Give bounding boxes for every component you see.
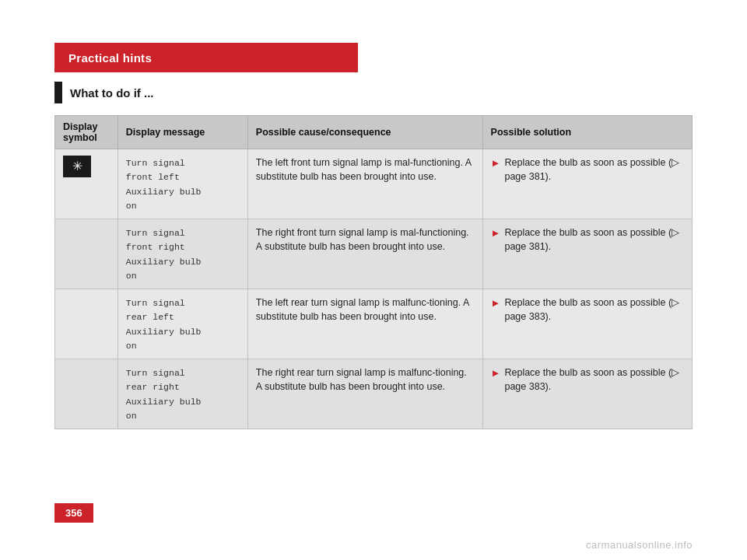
table-header-row: Display symbol Display message Possible … [55, 116, 693, 149]
cell-symbol-2 [55, 219, 118, 289]
section-title: What to do if ... [70, 86, 153, 100]
col-header-symbol: Display symbol [55, 116, 118, 149]
watermark: carmanualsonline.info [586, 539, 693, 551]
black-bar-accent [54, 82, 62, 103]
cell-cause-3: The left rear turn signal lamp is malfun… [247, 289, 482, 359]
table-row: Turn signalrear leftAuxiliary bulbon The… [55, 289, 693, 359]
arrow-icon-1: ► [491, 156, 501, 171]
arrow-icon-2: ► [491, 226, 501, 241]
col-header-solution: Possible solution [482, 116, 692, 149]
header-title: Practical hints [68, 51, 152, 65]
cell-solution-3: ► Replace the bulb as soon as possible (… [482, 289, 692, 359]
page-number: 356 [54, 503, 93, 523]
page: Practical hints What to do if ... Displa… [0, 0, 747, 560]
cell-message-4: Turn signalrear rightAuxiliary bulbon [117, 359, 247, 429]
section-header: What to do if ... [54, 82, 153, 103]
arrow-icon-3: ► [491, 296, 501, 311]
cell-message-1: Turn signalfront leftAuxiliary bulbon [117, 149, 247, 219]
cell-cause-2: The right front turn signal lamp is mal-… [247, 219, 482, 289]
cell-message-3: Turn signalrear leftAuxiliary bulbon [117, 289, 247, 359]
cell-solution-2: ► Replace the bulb as soon as possible (… [482, 219, 692, 289]
cell-cause-4: The right rear turn signal lamp is malfu… [247, 359, 482, 429]
cell-cause-1: The left front turn signal lamp is mal-f… [247, 149, 482, 219]
cell-solution-4: ► Replace the bulb as soon as possible (… [482, 359, 692, 429]
cell-symbol-1: ✳ [55, 149, 118, 219]
cell-symbol-3 [55, 289, 118, 359]
col-header-message: Display message [117, 116, 247, 149]
cell-solution-1: ► Replace the bulb as soon as possible (… [482, 149, 692, 219]
cell-message-2: Turn signalfront rightAuxiliary bulbon [117, 219, 247, 289]
col-header-cause: Possible cause/consequence [247, 116, 482, 149]
cell-symbol-4 [55, 359, 118, 429]
table-row: Turn signalfront rightAuxiliary bulbon T… [55, 219, 693, 289]
turn-signal-icon: ✳ [63, 156, 91, 177]
header-banner: Practical hints [54, 43, 358, 72]
table-row: Turn signalrear rightAuxiliary bulbon Th… [55, 359, 693, 429]
arrow-icon-4: ► [491, 366, 501, 381]
display-table: Display symbol Display message Possible … [54, 115, 693, 429]
main-table-wrapper: Display symbol Display message Possible … [54, 115, 693, 429]
table-row: ✳ Turn signalfront leftAuxiliary bulbon … [55, 149, 693, 219]
